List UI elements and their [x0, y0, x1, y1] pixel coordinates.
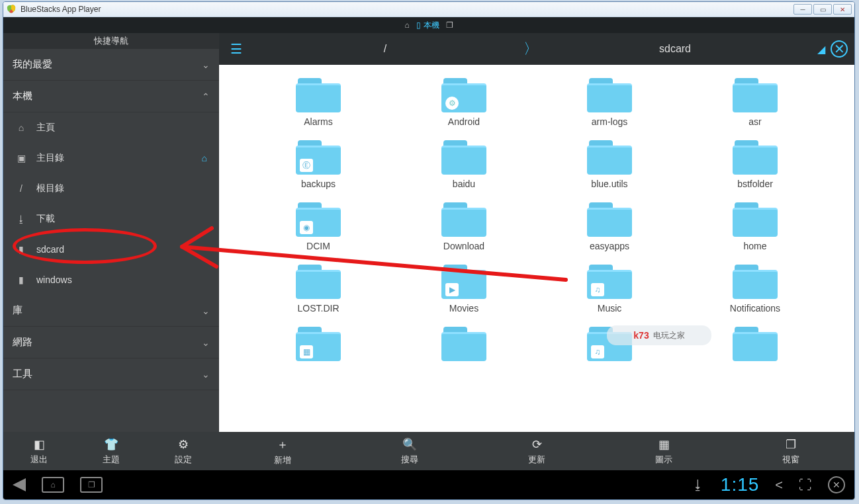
- content-column: ☰ / 〉 sdcard ◢ ✕ k73 电玩之家 Alarms⚙Android…: [219, 33, 854, 432]
- chevron-down-icon: ⌄: [202, 60, 210, 70]
- win-controls: ─ ▭ ✕: [793, 4, 852, 15]
- fullscreen-icon[interactable]: ⛶: [799, 478, 812, 493]
- sidebar: 快捷導航 我的最愛 ⌄ 本機 ⌃ ⌂ 主頁 ▣ 主目錄 ⌂: [3, 33, 219, 432]
- toolbar-gear-button[interactable]: ⚙設定: [147, 432, 219, 470]
- folder-tile[interactable]: home: [682, 202, 828, 251]
- folder-label: DCIM: [306, 241, 330, 251]
- camera-icon: ▣: [15, 153, 27, 163]
- folder-tile[interactable]: Alarms: [246, 78, 391, 127]
- folder-label: Android: [448, 116, 480, 127]
- close-tab-icon[interactable]: ✕: [831, 40, 848, 58]
- menu-icon[interactable]: ☰: [226, 41, 247, 57]
- folder-tile[interactable]: asr: [682, 78, 828, 127]
- music-badge-icon: ♫: [591, 345, 604, 358]
- sidebar-section-favorites[interactable]: 我的最愛 ⌄: [3, 49, 219, 81]
- gear-icon: ⚙: [178, 437, 189, 452]
- home-icon: ⌂: [15, 122, 27, 133]
- recent-button[interactable]: ❐: [80, 477, 103, 493]
- folder-label: Alarms: [304, 116, 333, 127]
- windows-icon: ❐: [786, 437, 796, 452]
- home-tab-icon[interactable]: ⌂: [404, 21, 409, 30]
- folder-tile[interactable]: easyapps: [537, 202, 682, 251]
- overlap-tabs-icon[interactable]: ❐: [446, 21, 453, 30]
- toolbar-shirt-button[interactable]: 👕主題: [75, 432, 148, 470]
- window-title: BlueStacks App Player: [21, 5, 793, 14]
- folder-label: arm-logs: [592, 116, 627, 127]
- active-tab-label: 本機: [424, 20, 439, 31]
- clock: 1:15: [721, 474, 760, 495]
- slash-icon: /: [15, 183, 27, 194]
- folder-icon: [733, 265, 778, 299]
- folder-icon: ⚙: [441, 78, 486, 112]
- toolbar-exit-button[interactable]: ◧退出: [3, 432, 75, 470]
- folder-tile[interactable]: ◉DCIM: [246, 202, 391, 251]
- toolbar-label: 主題: [103, 454, 120, 466]
- download-icon: ⭳: [15, 214, 27, 224]
- folder-tile[interactable]: ⚙Android: [391, 78, 537, 127]
- folder-icon: [733, 140, 778, 175]
- sidebar-item-sdcard[interactable]: ▮ sdcard: [3, 234, 219, 265]
- sidebar-section-network[interactable]: 網路 ⌄: [3, 327, 219, 358]
- minimize-button[interactable]: ─: [793, 4, 812, 15]
- folder-tile[interactable]: [391, 327, 537, 365]
- sidebar-item-home[interactable]: ⌂ 主頁: [3, 112, 219, 143]
- sidebar-item-rootdir[interactable]: / 根目錄: [3, 173, 219, 204]
- download-tray-icon[interactable]: ⭳: [692, 478, 705, 493]
- sidebar-section-local[interactable]: 本機 ⌃: [3, 81, 219, 112]
- power-icon[interactable]: ✕: [828, 476, 845, 493]
- folder-tile[interactable]: LOST.DIR: [246, 265, 391, 314]
- folder-tile[interactable]: Download: [391, 202, 537, 251]
- sidebar-item-maindir[interactable]: ▣ 主目錄 ⌂: [3, 143, 219, 173]
- folder-tile[interactable]: blue.utils: [537, 140, 682, 189]
- refresh-icon: ⟳: [532, 437, 542, 452]
- folder-tile[interactable]: baidu: [391, 140, 537, 189]
- active-tab[interactable]: ▯ 本機: [416, 20, 439, 31]
- sidebar-title: 快捷導航: [3, 33, 219, 49]
- folder-tile[interactable]: ♫Music: [537, 265, 682, 314]
- share-icon[interactable]: <: [775, 478, 783, 493]
- folder-icon: [733, 78, 778, 112]
- folder-label: home: [743, 241, 766, 251]
- toolbar-refresh-button[interactable]: ⟳更新: [473, 432, 600, 470]
- crumb-current[interactable]: sdcard: [537, 43, 813, 55]
- back-button[interactable]: [13, 478, 26, 491]
- folder-label: easyapps: [590, 241, 629, 251]
- folder-label: baidu: [453, 179, 475, 189]
- folder-tile[interactable]: ▶Movies: [391, 265, 537, 314]
- sidebar-item-windows[interactable]: ▮ windows: [3, 265, 219, 295]
- toolbar-grid-button[interactable]: ▦圖示: [600, 432, 727, 470]
- sidebar-section-library[interactable]: 庫 ⌄: [3, 295, 219, 327]
- window-frame: BlueStacks App Player ─ ▭ ✕ ⌂ ▯ 本機 ❐ 快捷導…: [3, 1, 855, 500]
- crumb-root[interactable]: /: [247, 43, 523, 55]
- toolbar-search-button[interactable]: 🔍搜尋: [346, 432, 473, 470]
- toolbar-plus-button[interactable]: ＋新增: [219, 432, 346, 470]
- watermark: k73 电玩之家: [607, 325, 711, 345]
- folder-label: LOST.DIR: [297, 303, 339, 314]
- win-titlebar: BlueStacks App Player ─ ▭ ✕: [3, 2, 854, 17]
- sidebar-item-download[interactable]: ⭳ 下載: [3, 204, 219, 234]
- android-navbar: ⌂ ❐ ⭳ 1:15 < ⛶ ✕: [3, 470, 854, 499]
- dropdown-triangle-icon[interactable]: ◢: [817, 43, 825, 56]
- folder-tile[interactable]: Notifications: [682, 265, 828, 314]
- plus-icon: ＋: [277, 437, 289, 452]
- crumb-separator-icon: 〉: [523, 39, 537, 59]
- folder-label: Notifications: [730, 303, 780, 314]
- folder-tile[interactable]: arm-logs: [537, 78, 682, 127]
- folder-icon: [441, 140, 486, 175]
- folder-tile[interactable]: ▦: [246, 327, 391, 365]
- folder-label: Movies: [449, 303, 478, 314]
- home-button[interactable]: ⌂: [42, 477, 64, 493]
- close-button[interactable]: ✕: [833, 4, 852, 15]
- maximize-button[interactable]: ▭: [813, 4, 832, 15]
- folder-icon: ▶: [441, 265, 486, 299]
- breadcrumb-bar: ☰ / 〉 sdcard ◢ ✕: [219, 33, 854, 65]
- toolbar-windows-button[interactable]: ❐視窗: [727, 432, 854, 470]
- folder-label: asr: [748, 116, 761, 127]
- sidebar-section-tools[interactable]: 工具 ⌄: [3, 358, 219, 390]
- sdcard-icon: ▮: [15, 274, 27, 285]
- phone-icon: ▯: [416, 21, 421, 30]
- folder-tile[interactable]: Ⓔbackups: [246, 140, 391, 189]
- folder-icon: [733, 202, 778, 237]
- chevron-down-icon: ⌄: [202, 337, 210, 348]
- folder-tile[interactable]: bstfolder: [682, 140, 828, 189]
